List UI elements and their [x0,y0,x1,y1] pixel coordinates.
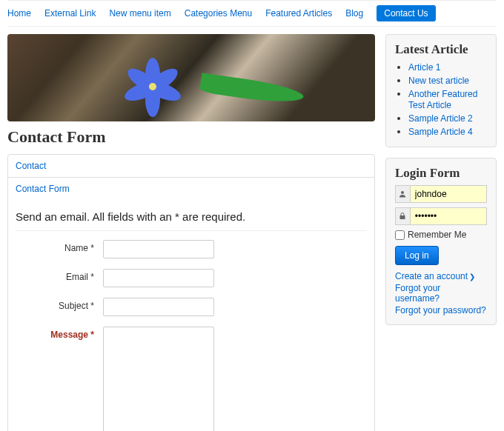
list-item: Article 1 [408,61,487,73]
latest-article-heading: Latest Article [395,42,487,57]
user-icon [396,186,411,202]
latest-link[interactable]: Sample Article 4 [408,127,473,137]
list-item: Sample Article 2 [408,113,487,124]
svg-point-0 [401,191,404,194]
nav-home[interactable]: Home [7,8,31,19]
create-account-link[interactable]: Create an account❯ [395,271,487,281]
latest-link[interactable]: Another Featured Test Article [408,89,477,110]
subject-label: Subject * [16,298,103,311]
latest-link[interactable]: Article 1 [408,62,440,73]
svg-rect-1 [400,216,405,219]
email-input[interactable] [103,269,214,287]
password-input[interactable] [411,208,486,224]
latest-article-box: Latest Article Article 1 New test articl… [385,34,497,147]
tab-contact-form[interactable]: Contact Form [8,177,374,200]
email-label: Email * [16,269,103,282]
list-item: New test article [408,75,487,86]
message-textarea[interactable] [103,327,214,431]
login-form-box: Login Form Remember Me Lo [385,158,497,325]
subject-input[interactable] [103,298,214,316]
latest-link[interactable]: New test article [408,76,469,86]
latest-link[interactable]: Sample Article 2 [408,113,473,124]
forgot-username-link[interactable]: Forgot your username? [395,283,487,304]
lock-icon [396,208,411,224]
nav-blog[interactable]: Blog [345,8,363,19]
remember-me-text: Remember Me [408,230,466,240]
nav-new-menu-item[interactable]: New menu item [109,8,170,19]
content-box: Contact Contact Form Send an email. All … [7,154,375,431]
remember-me-label[interactable]: Remember Me [395,230,487,240]
nav-contact-us[interactable]: Contact Us [377,5,435,21]
hero-image [7,34,375,121]
login-button[interactable]: Log in [395,246,439,265]
login-form-heading: Login Form [395,166,487,181]
top-nav: Home External Link New menu item Categor… [7,0,497,27]
list-item: Sample Article 4 [408,126,487,137]
username-input[interactable] [411,186,486,202]
chevron-right-icon: ❯ [469,273,475,281]
nav-external-link[interactable]: External Link [44,8,96,19]
form-description: Send an email. All fields with an * are … [16,207,367,231]
forgot-password-link[interactable]: Forgot your password? [395,305,487,315]
tab-contact[interactable]: Contact [8,155,374,177]
name-input[interactable] [103,240,214,258]
remember-me-checkbox[interactable] [395,230,405,240]
name-label: Name * [16,240,103,253]
message-label: Message * [16,327,103,340]
nav-featured-articles[interactable]: Featured Articles [265,8,332,19]
page-title: Contact Form [7,127,375,147]
list-item: Another Featured Test Article [408,88,487,110]
nav-categories-menu[interactable]: Categories Menu [185,8,252,19]
